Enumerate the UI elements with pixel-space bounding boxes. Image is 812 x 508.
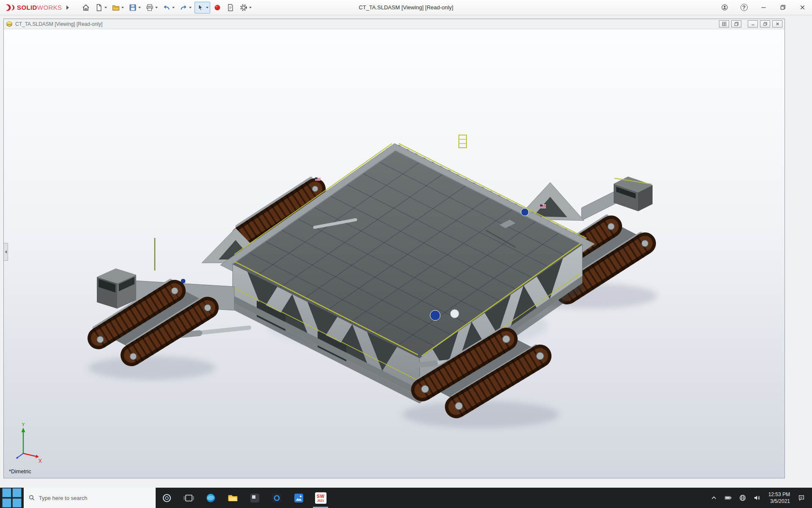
- photos-app-button[interactable]: [288, 488, 310, 508]
- windows-taskbar: SW 2021 12:53 PM 3/5/2021: [0, 488, 812, 508]
- undo-button[interactable]: [161, 2, 176, 14]
- dark-app-icon: [249, 492, 261, 504]
- media-app-icon: [271, 492, 283, 504]
- app-window-controls: ?: [715, 0, 812, 15]
- task-view-button[interactable]: [178, 488, 200, 508]
- split-view-button[interactable]: [719, 20, 729, 28]
- solidworks-app-icon: SW 2021: [315, 492, 326, 504]
- ds-logo-icon: [4, 3, 15, 12]
- dark-app-button[interactable]: [244, 488, 266, 508]
- assembly-document-icon: [6, 21, 13, 28]
- crawler-transporter-model: [4, 29, 785, 478]
- document-title: CT_TA.SLDASM [Viewing] [Read-only]: [15, 21, 102, 27]
- us-flag-right: [540, 204, 546, 208]
- undo-icon: [162, 3, 171, 12]
- restore-button[interactable]: [773, 0, 793, 15]
- windows-start-icon: [0, 486, 24, 508]
- save-dropdown-arrow[interactable]: [138, 7, 141, 8]
- search-icon: [29, 494, 35, 501]
- redo-dropdown-arrow[interactable]: [189, 7, 192, 8]
- redo-button[interactable]: [178, 2, 193, 14]
- print-button[interactable]: [144, 2, 159, 14]
- account-button[interactable]: [715, 0, 734, 15]
- open-button[interactable]: [110, 2, 126, 14]
- triad-y-label: Y: [22, 423, 25, 428]
- print-dropdown-arrow[interactable]: [155, 7, 158, 8]
- system-tray: 12:53 PM 3/5/2021: [708, 488, 812, 508]
- options-button[interactable]: [238, 2, 253, 14]
- doc-restore-icon: [763, 22, 768, 26]
- cortana-button[interactable]: [156, 488, 178, 508]
- solidworks-logo: SOLIDWORKS: [0, 3, 62, 12]
- task-view-icon: [183, 492, 195, 504]
- edge-icon: [205, 492, 217, 504]
- document-window-controls: [719, 20, 782, 28]
- close-button[interactable]: [793, 0, 812, 15]
- menu-flyout-arrow[interactable]: [66, 6, 69, 10]
- select-cursor-icon: [196, 3, 205, 12]
- home-icon: [82, 3, 90, 12]
- feature-panel-collapse-handle[interactable]: [4, 243, 8, 261]
- file-explorer-button[interactable]: [222, 488, 244, 508]
- solidworks-app-button[interactable]: SW 2021: [310, 488, 332, 508]
- brand-works: WORKS: [37, 4, 62, 11]
- hidden-icons-button[interactable]: [708, 488, 720, 508]
- new-document-button[interactable]: [93, 2, 109, 14]
- print-icon: [145, 3, 154, 12]
- battery-icon: [724, 494, 732, 502]
- new-dropdown-arrow[interactable]: [104, 7, 107, 8]
- 3dexperience-icon: [213, 3, 222, 12]
- open-dropdown-arrow[interactable]: [121, 7, 124, 8]
- action-center-button[interactable]: [795, 488, 808, 508]
- cascade-icon: [734, 22, 739, 26]
- doc-close-button[interactable]: [772, 20, 782, 28]
- 3dexperience-button[interactable]: [211, 2, 223, 14]
- search-input[interactable]: [39, 495, 151, 501]
- cortana-icon: [161, 492, 173, 504]
- document-titlebar: CT_TA.SLDASM [Viewing] [Read-only]: [4, 19, 785, 29]
- edge-button[interactable]: [200, 488, 222, 508]
- network-globe-icon: [739, 494, 746, 502]
- user-account-icon: [721, 4, 728, 11]
- minimize-icon: [760, 4, 767, 11]
- select-button[interactable]: [195, 2, 210, 14]
- select-dropdown-arrow[interactable]: [206, 7, 208, 8]
- open-folder-icon: [112, 3, 120, 12]
- save-button[interactable]: [127, 2, 143, 14]
- file-properties-button[interactable]: [225, 2, 236, 14]
- options-dropdown-arrow[interactable]: [249, 7, 252, 8]
- split-view-icon: [722, 22, 727, 26]
- file-explorer-icon: [227, 492, 239, 504]
- restore-icon: [779, 4, 787, 11]
- volume-button[interactable]: [751, 488, 763, 508]
- save-icon: [129, 3, 137, 12]
- taskbar-search[interactable]: [24, 488, 156, 508]
- quick-access-toolbar: [80, 2, 253, 14]
- network-button[interactable]: [736, 488, 749, 508]
- cascade-windows-button[interactable]: [731, 20, 741, 28]
- undo-dropdown-arrow[interactable]: [172, 7, 175, 8]
- redo-icon: [179, 3, 188, 12]
- start-button[interactable]: [0, 488, 24, 508]
- chevron-up-icon: [710, 494, 718, 502]
- help-button[interactable]: ?: [734, 0, 754, 15]
- doc-restore-button[interactable]: [760, 20, 770, 28]
- new-document-icon: [95, 3, 103, 12]
- battery-button[interactable]: [722, 488, 735, 508]
- media-app-button[interactable]: [266, 488, 288, 508]
- action-center-icon: [798, 494, 805, 502]
- rear-cab: [582, 177, 653, 221]
- view-orientation-label: *Dimetric: [9, 468, 31, 475]
- minimize-button[interactable]: [754, 0, 773, 15]
- orientation-triad[interactable]: Y X: [12, 423, 46, 465]
- doc-minimize-button[interactable]: [748, 20, 758, 28]
- taskbar-clock[interactable]: 12:53 PM 3/5/2021: [765, 491, 793, 505]
- doc-close-icon: [775, 22, 780, 26]
- graphics-viewport[interactable]: Y X *Dimetric: [4, 29, 785, 478]
- collapse-arrow-icon: [5, 250, 7, 254]
- home-button[interactable]: [80, 2, 92, 14]
- us-flag-rear: [315, 177, 321, 181]
- volume-icon: [753, 494, 761, 502]
- photos-app-icon: [293, 492, 304, 504]
- doc-minimize-icon: [751, 22, 755, 26]
